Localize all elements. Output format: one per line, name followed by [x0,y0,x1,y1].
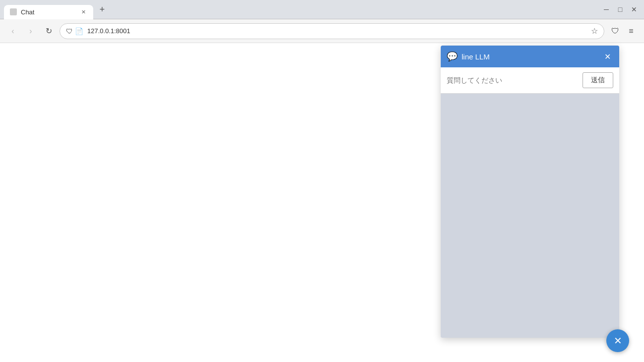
new-tab-button[interactable]: + [95,2,109,16]
address-bar-icons: 🛡 📄 [66,27,83,35]
bookmark-icon[interactable]: ☆ [591,26,598,36]
chat-header: 💬 line LLM ✕ [441,46,619,67]
page-content: 💬 line LLM ✕ 送信 ✕ [0,43,644,362]
tab-favicon [10,8,17,15]
chat-input[interactable] [447,76,579,84]
browser-tab[interactable]: Chat ✕ [4,5,93,19]
chat-header-title: line LLM [462,52,597,61]
tab-close-button[interactable]: ✕ [79,8,87,16]
close-window-button[interactable]: ✕ [628,3,640,15]
chat-send-button[interactable]: 送信 [583,72,613,88]
page-icon: 📄 [75,27,83,35]
chat-messages[interactable] [441,94,619,338]
chat-float-close-icon: ✕ [614,335,622,347]
forward-button[interactable]: › [24,24,38,38]
chat-widget: 💬 line LLM ✕ 送信 [441,46,619,338]
chat-input-area: 送信 [441,67,619,94]
window-controls: ─ □ ✕ [600,3,640,15]
back-button[interactable]: ‹ [6,24,20,38]
nav-right: 🛡 ≡ [608,24,638,38]
tab-title: Chat [21,8,34,16]
chat-header-icon: 💬 [447,51,458,62]
navigation-bar: ‹ › ↻ 🛡 📄 ☆ 🛡 ≡ [0,19,644,43]
browser-chrome: Chat ✕ + ─ □ ✕ [0,0,644,19]
minimize-button[interactable]: ─ [600,3,612,15]
security-shield-icon: 🛡 [66,27,73,35]
nav-shield-button[interactable]: 🛡 [608,24,622,38]
maximize-button[interactable]: □ [614,3,626,15]
address-bar-container: 🛡 📄 ☆ [59,23,604,39]
nav-menu-button[interactable]: ≡ [624,24,638,38]
reload-button[interactable]: ↻ [42,24,56,38]
chat-float-close-button[interactable]: ✕ [606,329,629,352]
chat-close-button[interactable]: ✕ [601,51,613,62]
address-input[interactable] [87,27,587,35]
tab-bar: Chat ✕ + [4,0,109,19]
